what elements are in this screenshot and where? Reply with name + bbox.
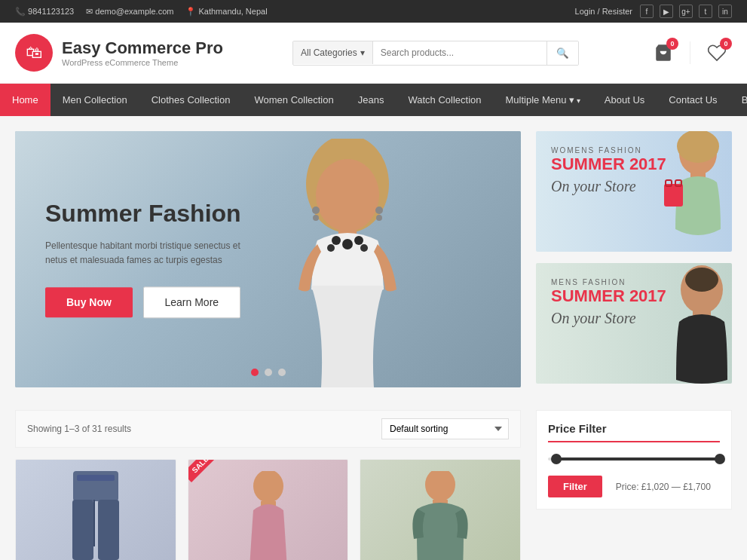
- nav-multiple-menu-link[interactable]: Multiple Menu ▾: [494, 84, 592, 116]
- nav-contact-us[interactable]: Contact Us: [657, 84, 729, 116]
- svg-point-9: [313, 215, 319, 221]
- price-range: [548, 457, 720, 461]
- svg-point-11: [376, 215, 382, 221]
- range-thumb-right[interactable]: [715, 454, 725, 464]
- svg-point-28: [425, 471, 455, 501]
- products-area: Showing 1–3 of 31 results Default sortin…: [15, 410, 521, 560]
- price-range-text: Price: £1,020 — £1,700: [616, 482, 711, 492]
- search-area: All Categories ▾ 🔍: [292, 41, 579, 66]
- hero-slider: Summer Fashion Pellentesque habitant mor…: [15, 131, 521, 387]
- nav-watch-collection[interactable]: Watch Collection: [396, 84, 493, 116]
- chevron-down-icon: ▾: [360, 47, 365, 58]
- filter-button[interactable]: Filter: [548, 476, 602, 497]
- nav-blog[interactable]: Blog: [730, 84, 747, 116]
- googleplus-icon[interactable]: g+: [679, 5, 693, 18]
- email-icon: ✉ demo@example.com: [86, 7, 173, 17]
- product-image-1[interactable]: [16, 460, 176, 560]
- slider-text: Summer Fashion Pellentesque habitant mor…: [45, 200, 256, 318]
- cart-badge: 0: [666, 38, 678, 50]
- search-button[interactable]: 🔍: [546, 41, 578, 65]
- dress-figure: [238, 471, 298, 560]
- header: 🛍 Easy Commerce Pro WordPress eCommerce …: [0, 23, 747, 84]
- logo-icon: 🛍: [15, 34, 53, 72]
- product-card: ★★★★★: [360, 459, 521, 560]
- slider-dot-2[interactable]: [265, 369, 272, 376]
- top-bar: 📞 9841123123 ✉ demo@example.com 📍 Kathma…: [0, 0, 747, 23]
- nav-jeans[interactable]: Jeans: [346, 84, 396, 116]
- slider-title: Summer Fashion: [45, 200, 256, 228]
- jeans-figure: [62, 471, 130, 560]
- men-banner-cursive: On your Store: [551, 310, 666, 327]
- header-icons: 0 0: [648, 38, 732, 68]
- svg-point-7: [360, 244, 368, 252]
- women-banner-content: WOMENS FASHION SUMMER 2017 On your Store: [536, 131, 681, 210]
- phone-icon: 📞 9841123123: [15, 7, 74, 17]
- learn-more-button[interactable]: Learn More: [143, 287, 241, 319]
- youtube-icon[interactable]: ▶: [660, 5, 673, 18]
- product-card: ★★★★★: [15, 459, 176, 560]
- instagram-icon[interactable]: in: [718, 5, 732, 18]
- brand-name: Easy Commerce Pro: [62, 38, 223, 58]
- women-banner[interactable]: WOMENS FASHION SUMMER 2017 On your Store: [536, 131, 732, 252]
- svg-point-10: [375, 207, 383, 214]
- svg-point-6: [327, 244, 335, 252]
- fashion-figure-svg: [265, 139, 430, 387]
- women-banner-cursive: On your Store: [551, 178, 666, 195]
- slider-figure: [234, 131, 461, 387]
- sorting-bar: Showing 1–3 of 31 results Default sortin…: [15, 410, 521, 448]
- sale-badge: SALE: [188, 459, 218, 482]
- category-dropdown[interactable]: All Categories ▾: [293, 41, 373, 64]
- women-banner-sub: WOMENS FASHION: [551, 146, 666, 155]
- slider-dot-3[interactable]: [278, 369, 286, 376]
- nav-home[interactable]: Home: [0, 84, 51, 116]
- svg-point-19: [685, 268, 718, 292]
- logo-text: Easy Commerce Pro WordPress eCommerce Th…: [62, 38, 223, 67]
- svg-rect-22: [72, 500, 93, 560]
- range-thumb-left[interactable]: [551, 454, 562, 464]
- svg-point-3: [332, 236, 341, 245]
- product-grid: ★★★★★ SALE ★★★★★: [15, 459, 521, 560]
- nav-men-collection[interactable]: Men Collection: [51, 84, 139, 116]
- nav-about-us[interactable]: About Us: [592, 84, 657, 116]
- product-image-3[interactable]: [360, 460, 520, 560]
- top-bar-right: Login / Resister f ▶ g+ t in: [575, 5, 732, 18]
- bottom-section: Showing 1–3 of 31 results Default sortin…: [0, 410, 747, 560]
- left-column: Summer Fashion Pellentesque habitant mor…: [15, 131, 521, 395]
- social-icons: f ▶ g+ t in: [640, 5, 732, 18]
- brand-tagline: WordPress eCommerce Theme: [62, 58, 223, 67]
- location-icon: 📍 Kathmandu, Nepal: [185, 7, 267, 17]
- facebook-icon[interactable]: f: [640, 5, 654, 18]
- product-card: SALE ★★★★★: [188, 459, 349, 560]
- men-banner[interactable]: MENS FASHION SUMMER 2017 On your Store: [536, 263, 732, 384]
- svg-rect-23: [98, 500, 119, 560]
- nav-clothes-collection[interactable]: Clothes Collection: [139, 84, 243, 116]
- cart-button[interactable]: 0: [648, 38, 678, 68]
- nav-women-collection[interactable]: Women Collection: [242, 84, 345, 116]
- twitter-icon[interactable]: t: [699, 5, 712, 18]
- slider-buttons: Buy Now Learn More: [45, 287, 256, 319]
- sort-select[interactable]: Default sorting Sort by popularity Sort …: [381, 418, 509, 439]
- slider-dots: [251, 369, 286, 376]
- buy-now-button[interactable]: Buy Now: [45, 288, 133, 318]
- svg-point-4: [342, 239, 353, 249]
- wishlist-button[interactable]: 0: [702, 38, 732, 68]
- slider-dot-1[interactable]: [251, 369, 259, 376]
- svg-point-26: [253, 471, 283, 503]
- range-track: [548, 457, 720, 461]
- women-banner-title: SUMMER 2017: [551, 155, 666, 174]
- main-nav: Home Men Collection Clothes Collection W…: [0, 84, 747, 116]
- nav-multiple-menu: Multiple Menu ▾: [494, 84, 592, 116]
- price-filter: Price Filter Filter Price: £1,020 — £1,7…: [536, 410, 732, 510]
- login-link[interactable]: Login / Resister: [575, 7, 632, 16]
- svg-point-1: [316, 159, 379, 231]
- men-banner-title: SUMMER 2017: [551, 286, 666, 306]
- sidebar: Price Filter Filter Price: £1,020 — £1,7…: [536, 410, 732, 560]
- main-content: Summer Fashion Pellentesque habitant mor…: [0, 116, 747, 410]
- price-filter-title: Price Filter: [548, 422, 720, 442]
- svg-point-13: [677, 131, 719, 163]
- search-input[interactable]: [373, 41, 546, 64]
- results-count: Showing 1–3 of 31 results: [27, 424, 131, 434]
- top-bar-left: 📞 9841123123 ✉ demo@example.com 📍 Kathma…: [15, 7, 268, 17]
- range-fill: [556, 457, 720, 461]
- product-image-2[interactable]: SALE: [188, 460, 348, 560]
